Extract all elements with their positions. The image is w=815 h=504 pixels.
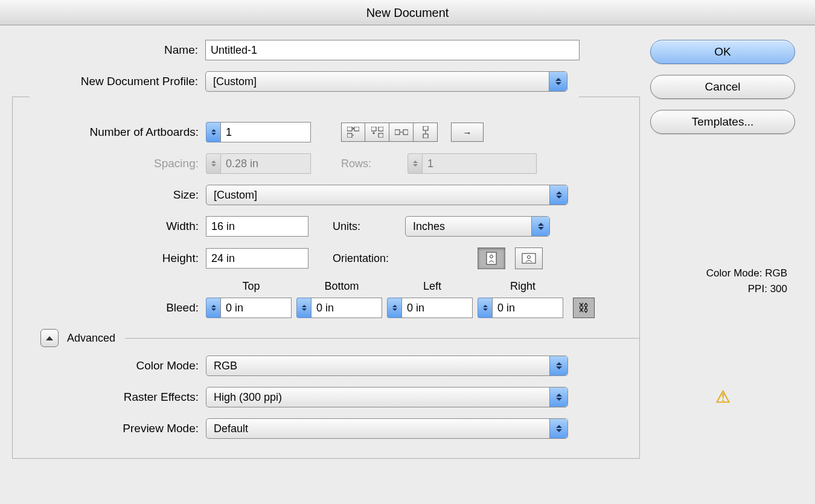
color-mode-value: RGB bbox=[214, 360, 237, 372]
bleed-left-stepper[interactable] bbox=[387, 298, 401, 318]
layout-grid-col-button[interactable] bbox=[365, 123, 389, 142]
layout-grid-row-button[interactable] bbox=[341, 123, 365, 142]
svg-rect-3 bbox=[371, 127, 376, 131]
svg-rect-6 bbox=[395, 130, 400, 135]
height-label: Height: bbox=[13, 252, 206, 265]
orientation-label: Orientation: bbox=[308, 252, 429, 265]
spacing-input bbox=[220, 153, 311, 174]
advanced-label: Advanced bbox=[67, 332, 115, 345]
raster-dropdown[interactable]: High (300 ppi) bbox=[206, 387, 568, 407]
bleed-top-header: Top bbox=[206, 280, 296, 293]
size-dropdown[interactable]: [Custom] bbox=[206, 185, 568, 205]
dropdown-arrows-icon bbox=[531, 217, 549, 236]
preview-dropdown[interactable]: Default bbox=[206, 418, 568, 439]
cancel-button[interactable]: Cancel bbox=[650, 75, 795, 99]
svg-rect-2 bbox=[347, 133, 352, 138]
svg-rect-0 bbox=[347, 127, 352, 131]
link-icon: ⛓ bbox=[578, 302, 589, 314]
bleed-label: Bleed: bbox=[13, 301, 206, 314]
orientation-landscape-button[interactable] bbox=[515, 247, 543, 269]
dropdown-arrows-icon bbox=[549, 72, 567, 91]
ok-button[interactable]: OK bbox=[650, 40, 795, 64]
svg-rect-8 bbox=[423, 126, 428, 130]
templates-button[interactable]: Templates... bbox=[650, 110, 795, 134]
raster-value: High (300 ppi) bbox=[214, 391, 282, 404]
raster-label: Raster Effects: bbox=[13, 391, 206, 404]
dropdown-arrows-icon bbox=[549, 419, 567, 438]
bleed-right-header: Right bbox=[478, 280, 568, 293]
spacing-stepper bbox=[206, 153, 220, 174]
layout-row-rtl-button[interactable] bbox=[389, 123, 414, 142]
bleed-top-stepper[interactable] bbox=[206, 298, 220, 318]
bleed-left-input[interactable] bbox=[401, 298, 473, 318]
profile-dropdown[interactable]: [Custom] bbox=[205, 71, 567, 92]
arrow-right-icon: → bbox=[463, 127, 472, 138]
bleed-left-header: Left bbox=[387, 280, 478, 293]
artboards-input[interactable] bbox=[220, 122, 311, 142]
color-mode-label: Color Mode: bbox=[13, 359, 206, 372]
orientation-portrait-button[interactable] bbox=[478, 247, 505, 269]
bleed-bottom-input[interactable] bbox=[311, 298, 382, 318]
size-value: [Custom] bbox=[214, 189, 257, 202]
bleed-bottom-stepper[interactable] bbox=[296, 298, 311, 318]
svg-rect-5 bbox=[379, 133, 383, 138]
preview-label: Preview Mode: bbox=[13, 422, 206, 435]
rows-stepper bbox=[408, 153, 422, 174]
width-input[interactable] bbox=[206, 216, 308, 237]
bleed-top-input[interactable] bbox=[220, 298, 292, 318]
name-label: Name: bbox=[12, 43, 205, 57]
warning-icon: ⚠ bbox=[715, 387, 730, 407]
artboards-label: Number of Artboards: bbox=[13, 126, 206, 139]
size-label: Size: bbox=[13, 188, 206, 202]
advanced-disclosure-button[interactable] bbox=[40, 329, 59, 347]
svg-rect-7 bbox=[403, 130, 408, 135]
name-input[interactable] bbox=[205, 40, 580, 60]
dropdown-arrows-icon bbox=[549, 185, 567, 205]
spacing-label: Spacing: bbox=[13, 157, 206, 170]
svg-rect-4 bbox=[379, 127, 383, 131]
bleed-right-stepper[interactable] bbox=[478, 298, 492, 318]
layout-col-button[interactable] bbox=[414, 123, 438, 142]
rows-label: Rows: bbox=[311, 158, 408, 170]
color-mode-dropdown[interactable]: RGB bbox=[206, 356, 568, 376]
units-label: Units: bbox=[308, 220, 405, 233]
units-value: Inches bbox=[413, 220, 445, 233]
rows-input bbox=[422, 153, 537, 174]
portrait-icon bbox=[486, 252, 497, 265]
preview-value: Default bbox=[214, 423, 248, 435]
info-summary: Color Mode: RGB PPI: 300 bbox=[647, 266, 798, 296]
profile-label: New Document Profile: bbox=[12, 75, 205, 88]
dropdown-arrows-icon bbox=[549, 356, 567, 375]
profile-value: [Custom] bbox=[213, 75, 257, 88]
dialog-title: New Document bbox=[0, 0, 815, 25]
bleed-bottom-header: Bottom bbox=[296, 280, 387, 293]
svg-rect-1 bbox=[354, 127, 359, 131]
height-input[interactable] bbox=[206, 248, 308, 269]
dropdown-arrows-icon bbox=[549, 388, 567, 407]
separator bbox=[125, 338, 639, 339]
units-dropdown[interactable]: Inches bbox=[405, 216, 550, 237]
width-label: Width: bbox=[13, 220, 206, 233]
artboards-stepper[interactable] bbox=[206, 122, 220, 142]
bleed-right-input[interactable] bbox=[492, 298, 563, 318]
landscape-icon bbox=[522, 253, 536, 264]
layout-direction-button[interactable]: → bbox=[451, 123, 484, 142]
svg-rect-9 bbox=[423, 134, 428, 138]
bleed-link-button[interactable]: ⛓ bbox=[573, 298, 595, 318]
